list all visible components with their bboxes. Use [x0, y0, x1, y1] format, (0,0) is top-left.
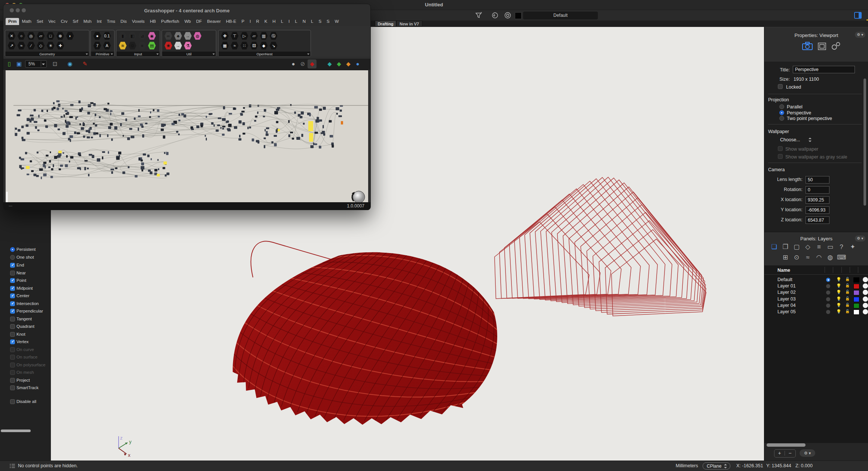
projection-radio[interactable] [779, 104, 784, 109]
canvas-scrollbar[interactable] [6, 192, 8, 202]
save-document-icon[interactable]: ▣ [15, 60, 23, 68]
nest-icon[interactable]: ✤ [221, 32, 229, 40]
gh-menu-tab-hb[interactable]: HB [147, 18, 159, 25]
gh-menu-tab-df[interactable]: DF [193, 18, 204, 25]
gh-menu-tab-wb[interactable]: Wb [182, 18, 193, 25]
canvas-zoom-select[interactable]: 5% [25, 60, 47, 68]
properties-scrollbar[interactable] [864, 78, 866, 206]
filter-icon[interactable] [474, 11, 483, 19]
knob-icon[interactable]: ◉ [148, 32, 156, 40]
record-icon[interactable] [504, 11, 512, 19]
projection-radio[interactable] [779, 110, 784, 115]
layer-current-radio[interactable] [826, 310, 830, 314]
osnap-quadrant[interactable]: Quadrant [0, 323, 51, 330]
learn-icon[interactable]: ✦ [848, 243, 857, 252]
gh-menu-tab-i[interactable]: I [247, 18, 253, 25]
layer-material-circle[interactable] [863, 296, 868, 302]
osnap-checkbox[interactable] [10, 301, 15, 306]
param-plane-icon[interactable]: ▱ [37, 32, 45, 40]
osnap-checkbox[interactable] [10, 271, 15, 275]
osnap-checkbox[interactable] [10, 332, 15, 337]
layer-visibility-bulb-icon[interactable]: 💡 [836, 283, 841, 288]
osnap-smarttrack[interactable]: SmartTrack [0, 384, 51, 392]
layer-visibility-bulb-icon[interactable]: 💡 [836, 309, 841, 314]
param-surface-icon[interactable]: ◗ [66, 32, 74, 40]
param-mesh-icon[interactable]: ⊕ [56, 32, 64, 40]
layer-row-layer-02[interactable]: Layer 02💡🔓 [764, 289, 868, 296]
dice-icon[interactable]: ⚄ [250, 41, 258, 50]
layer-visibility-bulb-icon[interactable]: 💡 [836, 296, 841, 301]
layer-current-radio[interactable] [826, 304, 830, 308]
number-param-icon[interactable]: 0.1 [103, 32, 111, 40]
layer-visibility-bulb-icon[interactable]: 💡 [836, 277, 841, 282]
grid-icon[interactable]: ⊞ [781, 253, 790, 262]
osnap-mode-radio[interactable] [10, 247, 15, 252]
camera-x-location-input[interactable]: 9309.25 [806, 196, 829, 204]
osnap-checkbox[interactable] [10, 278, 15, 283]
gh-menu-tab-r[interactable]: R [253, 18, 262, 25]
layer-material-circle[interactable] [863, 309, 868, 314]
gh-menu-tab-w[interactable]: W [332, 18, 342, 25]
layer-visibility-bulb-icon[interactable]: 💡 [836, 303, 841, 308]
gh-menu-tab-l[interactable]: L [308, 18, 316, 25]
new-document-icon[interactable]: ▯ [6, 60, 13, 68]
monitor-icon[interactable]: ▭ [826, 243, 835, 252]
layer-color-swatch[interactable] [853, 290, 859, 295]
param-point-icon[interactable]: ✕ [7, 32, 16, 40]
param-group-icon[interactable]: ✚ [56, 41, 64, 50]
osnap-end[interactable]: End [0, 262, 51, 269]
preview-shaded-icon[interactable]: ◆ [308, 60, 316, 68]
gh-menu-tab-s[interactable]: S [324, 18, 332, 25]
preview-eye-icon[interactable]: ◉ [66, 60, 74, 68]
layer-material-circle[interactable] [863, 303, 868, 308]
properties-gear-button[interactable]: ⚙ ▾ [855, 32, 865, 38]
osnap-center[interactable]: Center [0, 292, 51, 300]
expand-group-icon[interactable] [156, 53, 159, 55]
gh-menu-tab-l[interactable]: L [278, 18, 286, 25]
tree-view-icon[interactable]: ♣ [174, 32, 182, 40]
gh-menu-tab-trns[interactable]: Trns [104, 18, 118, 25]
expand-group-icon[interactable] [307, 53, 309, 55]
wallpaper-choose-select[interactable]: Choose... [780, 137, 800, 142]
cherry-picker-icon[interactable]: ❀ [164, 41, 172, 50]
signal-icon[interactable]: ≈ [230, 41, 239, 50]
add-layer-button[interactable]: + [774, 450, 785, 457]
dome-icon[interactable]: ◠ [814, 253, 823, 262]
galapagos-icon[interactable]: ◍ [193, 32, 202, 40]
layer-row-layer-05[interactable]: Layer 05💡🔓 [764, 309, 868, 315]
layer-color-swatch[interactable] [853, 310, 859, 315]
gh-menu-tab-msh[interactable]: Msh [81, 18, 94, 25]
param-line-icon[interactable]: ∕ [27, 41, 35, 50]
osnap-mode-persistent[interactable]: Persistent [0, 246, 51, 253]
sketch-pen-icon[interactable]: ✎ [81, 60, 89, 68]
gh-menu-tab-voxels[interactable]: Voxels [129, 18, 147, 25]
layers-hscrollbar[interactable] [767, 443, 806, 447]
gem-teal-icon[interactable]: ◆ [326, 60, 333, 68]
active-color-swatch[interactable] [515, 12, 522, 19]
units-label[interactable]: Millimeters [676, 463, 698, 468]
param-metaball-icon[interactable]: ✳ [46, 41, 55, 50]
layer-lock-icon[interactable]: 🔓 [845, 303, 850, 307]
gh-menu-tab-vec[interactable]: Vec [46, 18, 58, 25]
param-box-icon[interactable]: □ [46, 32, 55, 40]
camera-z-location-input[interactable]: 6543.87 [806, 216, 829, 224]
gem-blue-icon[interactable]: ● [354, 60, 361, 68]
rhino-head-icon[interactable]: ◆ [260, 41, 268, 50]
osnap-checkbox[interactable] [10, 286, 15, 291]
camera-y-location-input[interactable]: -6096.93 [806, 206, 829, 214]
osnap-knot[interactable]: Knot [0, 331, 51, 338]
layer-color-swatch[interactable] [853, 277, 859, 283]
param-spline-icon[interactable]: ≈ [17, 41, 25, 50]
osnap-midpoint[interactable]: Midpoint [0, 285, 51, 292]
gh-menu-tab-n[interactable]: N [300, 18, 308, 25]
gh-menu-tab-crv[interactable]: Crv [58, 18, 70, 25]
osnap-disable-all-checkbox[interactable] [10, 399, 15, 404]
gh-menu-tab-prm[interactable]: Prm [6, 18, 19, 25]
osnap-near[interactable]: Near [0, 270, 51, 277]
hammer-icon[interactable]: ⊤ [230, 32, 239, 40]
osnap-disable-all[interactable]: Disable all [0, 398, 51, 406]
link-tab-icon[interactable] [831, 41, 841, 50]
param-circle-icon[interactable]: ○ [17, 32, 25, 40]
boolean-param-icon[interactable]: ● [93, 32, 101, 40]
camera-lens-length-input[interactable]: 50 [806, 176, 829, 184]
